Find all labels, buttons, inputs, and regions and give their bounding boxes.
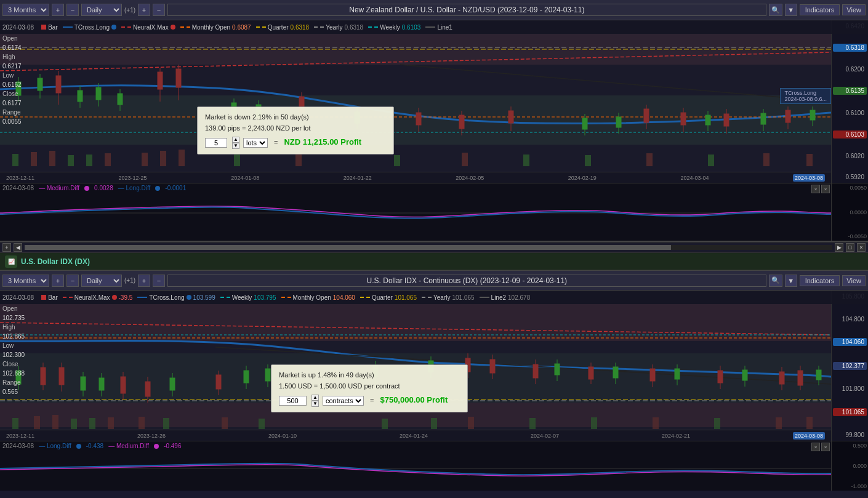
chart1-interval-dropdown[interactable]: Daily Weekly Hourly: [81, 4, 122, 16]
chart2-zoom-in-btn[interactable]: +: [52, 275, 64, 287]
chart2-search-btn[interactable]: 🔍: [769, 275, 782, 287]
chart2-high-val: 102.865: [2, 332, 25, 341]
chart1-price-5920: 0.5920: [833, 174, 867, 180]
chart1-dropdown-arrow[interactable]: ▼: [785, 4, 797, 16]
chart1-indicator-resize-btn[interactable]: ×: [811, 185, 820, 193]
chart2-time-6: 2024-02-21: [662, 433, 690, 439]
chart1-indicator-legend: 2024-03-08 — Medium.Diff 0.0028 — Long.D…: [2, 185, 186, 191]
chart1-indicator-area: 2024-03-08 — Medium.Diff 0.0028 — Long.D…: [0, 183, 868, 242]
legend-weekly-icon: [368, 26, 378, 28]
svg-rect-35: [78, 90, 82, 102]
svg-rect-88: [59, 367, 64, 385]
chart2-interval-dropdown[interactable]: Daily Weekly: [81, 275, 122, 287]
chart1-view-btn[interactable]: View: [842, 4, 866, 15]
chart1-yearly-val: 0.6318: [345, 24, 364, 31]
chart1-indicator-controls: × ×: [811, 185, 830, 193]
chart2-view-btn[interactable]: View: [842, 275, 866, 286]
svg-rect-145: [222, 417, 228, 429]
chart2-title: U.S. Dollar IDX - Continuous (DX) (2023-…: [167, 275, 766, 287]
chart2-ind-medium-label: — Medium.Diff: [108, 443, 149, 449]
chart1-open-label: Open 0.6174: [2, 34, 22, 52]
svg-rect-92: [145, 382, 150, 396]
svg-rect-155: [806, 417, 813, 429]
chart2-forward-btn[interactable]: +: [138, 275, 150, 287]
svg-rect-142: [108, 417, 114, 429]
svg-rect-140: [71, 419, 77, 429]
chart2-indicator-price-axis: 0.500 0.000 -1.000: [831, 441, 868, 491]
chart2-timeframe-dropdown[interactable]: 3 Months 1 Month 6 Months: [2, 275, 49, 287]
chart1-indicator-close-btn[interactable]: ×: [821, 185, 830, 193]
chart2-time-current: 2024-03-08: [793, 432, 825, 440]
chart1-indicator-price-axis: 0.0050 0.0000 -0.0050: [831, 183, 868, 241]
chart2-qty-spin[interactable]: ▲ ▼: [311, 395, 319, 407]
chart1-svg: [0, 34, 831, 172]
chart1-zoom-out-btn[interactable]: −: [66, 4, 79, 16]
chart1-price-6318: 0.6318: [833, 44, 867, 52]
svg-rect-23: [459, 115, 464, 129]
nav-right-btn[interactable]: ▶: [835, 243, 843, 252]
chart2-qty-down[interactable]: ▼: [311, 401, 319, 407]
svg-rect-15: [158, 72, 163, 89]
chart1-ind-medium-label: — Medium.Diff: [39, 185, 79, 191]
chart2-range-val: 0.565: [2, 387, 25, 396]
chart1-qty-spin[interactable]: ▲ ▼: [232, 137, 239, 149]
chart1-qty-up[interactable]: ▲: [232, 137, 239, 143]
chart2-close-label: Close 102.688: [2, 359, 25, 378]
chart2-indicators-btn[interactable]: Indicators: [800, 275, 840, 286]
chart2-indicator-close-btn[interactable]: ×: [821, 443, 830, 451]
svg-rect-130: [613, 367, 618, 378]
chart2-dropdown-arrow[interactable]: ▼: [785, 275, 797, 287]
chart1-qty-input[interactable]: [205, 138, 227, 148]
chart1-indicators-btn[interactable]: Indicators: [800, 4, 840, 15]
chart1-open-val: 0.6174: [2, 43, 22, 52]
chart2-neuralx-val: -39.5: [119, 294, 133, 301]
chart2-qty-input[interactable]: [279, 396, 307, 406]
chart1-quarter-val: 0.6318: [291, 24, 310, 31]
legend-bar-item: Bar: [41, 24, 58, 31]
chart1-unit-select[interactable]: lots: [243, 138, 268, 148]
chart2-price-1048: 104.800: [833, 316, 867, 323]
chart2-yearly-icon: [422, 297, 432, 298]
chart2-unit-select[interactable]: contracts: [323, 396, 364, 406]
nav-left-btn[interactable]: ◀: [14, 243, 22, 252]
chart2-price-axis: 105.800 104.800 104.060 102.377 101.800 …: [831, 291, 868, 441]
svg-rect-147: [382, 419, 388, 429]
nav-scroll-1[interactable]: [25, 245, 832, 250]
chart1-search-btn[interactable]: 🔍: [769, 4, 782, 16]
chart1-zoom-in-btn[interactable]: +: [52, 4, 64, 16]
chart1-qty-down[interactable]: ▼: [232, 143, 239, 149]
chart1-backward-btn[interactable]: −: [153, 4, 165, 16]
svg-rect-152: [653, 417, 659, 429]
chart2-time-1: 2023-12-11: [6, 433, 34, 439]
chart1-range-val: 0.0055: [2, 117, 22, 126]
chart1-price-6135: 0.6135: [833, 87, 867, 95]
chart1-price-6020: 0.6020: [833, 153, 867, 159]
nav-close-btn[interactable]: ×: [857, 243, 866, 252]
legend-bar-icon: [41, 25, 46, 30]
nav-scroll-thumb-1: [25, 245, 671, 250]
chart2-zoom-out-btn[interactable]: −: [66, 275, 79, 287]
chart1-timeframe-dropdown[interactable]: 3 Months 1 Month 6 Months: [2, 4, 49, 16]
chart2-legend-tcross: TCross.Long 103.599: [137, 294, 215, 301]
nav-fullscreen-btn[interactable]: □: [846, 243, 854, 252]
svg-rect-90: [121, 377, 126, 393]
chart1-forward-btn[interactable]: +: [138, 4, 150, 16]
chart2-indicator-resize-btn[interactable]: ×: [811, 443, 820, 451]
chart1-ohlc: Open 0.6174 High 0.6217 Low 0.6162 Close…: [2, 34, 22, 126]
svg-rect-137: [12, 418, 18, 429]
chart1-indicator-svg: [0, 195, 831, 231]
svg-rect-146: [259, 419, 265, 429]
svg-rect-66: [295, 153, 302, 166]
nav-zoom-btn[interactable]: +: [2, 243, 11, 252]
svg-rect-120: [244, 371, 249, 383]
chart2-neuralx-label: NeuralX.Max: [74, 294, 110, 301]
chart2-high-label: High 102.865: [2, 323, 25, 341]
chart2-ind-price-3: -1.000: [833, 483, 867, 489]
chart2-indicator-legend: 2024-03-08 — Long.Diff -0.438 — Medium.D…: [2, 443, 181, 449]
chart2-backward-btn[interactable]: −: [153, 275, 165, 287]
svg-rect-128: [555, 364, 560, 375]
chart2-price-10406: 104.060: [833, 338, 867, 346]
chart2-neuralx-icon: [63, 297, 73, 298]
chart2-tcross-icon: [137, 297, 147, 298]
chart2-qty-up[interactable]: ▲: [311, 395, 319, 401]
